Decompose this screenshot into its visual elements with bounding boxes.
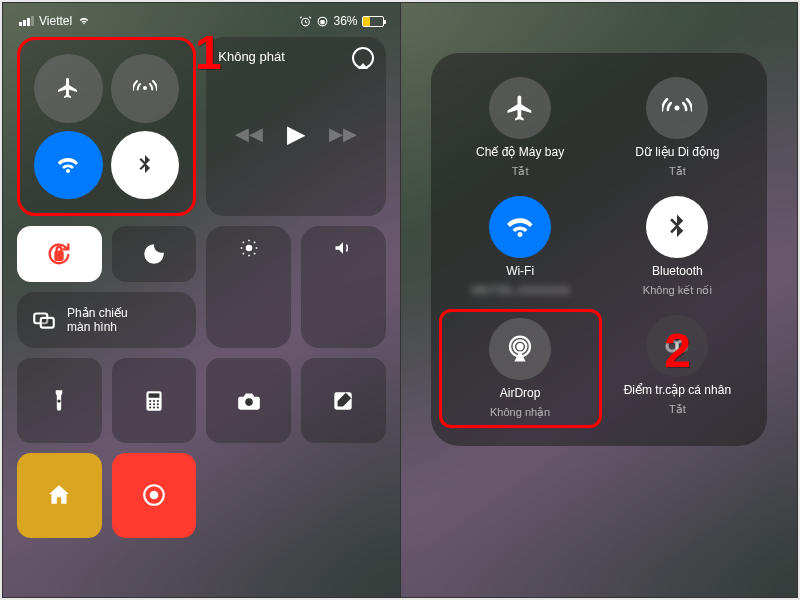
svg-point-11 (149, 399, 151, 401)
airplane-mode-item[interactable]: Chế độ Máy bay Tắt (445, 77, 596, 178)
airplay-icon[interactable] (352, 47, 374, 69)
wifi-item[interactable]: Wi-Fi VIETTEL-XXXXXXX (445, 196, 596, 297)
svg-point-3 (143, 86, 147, 90)
media-title: Không phát (218, 49, 373, 64)
alarm-icon (299, 15, 312, 28)
airdrop-item[interactable]: AirDrop Không nhận (439, 309, 602, 428)
airplane-mode-toggle[interactable] (34, 54, 103, 123)
bluetooth-item[interactable]: Bluetooth Không kết nối (602, 196, 753, 297)
rotation-lock-status-icon (316, 15, 329, 28)
bluetooth-toggle[interactable] (111, 131, 180, 200)
svg-point-18 (153, 406, 155, 408)
svg-point-15 (153, 403, 155, 405)
wifi-toggle[interactable] (34, 131, 103, 200)
media-module[interactable]: Không phát ◀◀ ▶ ▶▶ (206, 37, 385, 216)
connectivity-expanded-panel: Chế độ Máy bay Tắt Dữ liệu Di động Tắt W… (431, 53, 768, 446)
control-center-screenshot: Viettel 36% 1 (3, 3, 401, 597)
svg-rect-10 (149, 393, 160, 397)
connectivity-module[interactable] (17, 37, 196, 216)
screen-mirror-icon (31, 307, 57, 333)
signal-icon (19, 16, 34, 26)
brightness-icon (239, 238, 259, 258)
flashlight-button[interactable] (17, 358, 102, 443)
svg-rect-4 (56, 252, 63, 260)
home-button[interactable] (17, 453, 102, 538)
svg-point-17 (149, 406, 151, 408)
svg-point-24 (675, 106, 680, 111)
volume-icon (333, 238, 353, 258)
svg-point-5 (245, 245, 252, 252)
svg-rect-7 (41, 318, 54, 328)
svg-rect-2 (321, 20, 324, 23)
notes-button[interactable] (301, 358, 386, 443)
airplane-icon (489, 77, 551, 139)
airdrop-icon (489, 318, 551, 380)
wifi-icon (77, 16, 91, 26)
media-next-button[interactable]: ▶▶ (329, 123, 357, 145)
cellular-data-toggle[interactable] (111, 54, 180, 123)
media-prev-button[interactable]: ◀◀ (235, 123, 263, 145)
volume-slider[interactable] (301, 226, 386, 348)
svg-point-13 (157, 399, 159, 401)
battery-icon (362, 16, 384, 27)
expanded-connectivity-screenshot: 2 Chế độ Máy bay Tắt Dữ liệu Di động Tắt… (401, 3, 798, 597)
svg-point-20 (245, 398, 253, 406)
bluetooth-icon (646, 196, 708, 258)
wifi-icon (489, 196, 551, 258)
svg-point-19 (157, 406, 159, 408)
do-not-disturb-toggle[interactable] (112, 226, 197, 282)
cellular-data-item[interactable]: Dữ liệu Di động Tắt (602, 77, 753, 178)
svg-point-23 (150, 491, 159, 500)
annotation-1: 1 (195, 25, 222, 80)
cellular-icon (646, 77, 708, 139)
rotation-lock-toggle[interactable] (17, 226, 102, 282)
camera-button[interactable] (206, 358, 291, 443)
battery-percent: 36% (333, 14, 357, 28)
brightness-slider[interactable] (206, 226, 291, 348)
carrier-label: Viettel (39, 14, 72, 28)
screen-mirror-label: Phản chiếumàn hình (67, 306, 128, 335)
calculator-button[interactable] (112, 358, 197, 443)
annotation-2: 2 (664, 323, 691, 378)
svg-point-8 (58, 399, 61, 402)
screen-mirroring-button[interactable]: Phản chiếumàn hình (17, 292, 196, 348)
svg-point-12 (153, 399, 155, 401)
record-button[interactable] (112, 453, 197, 538)
svg-point-14 (149, 403, 151, 405)
svg-point-16 (157, 403, 159, 405)
media-play-button[interactable]: ▶ (287, 120, 305, 148)
svg-point-25 (518, 344, 523, 349)
